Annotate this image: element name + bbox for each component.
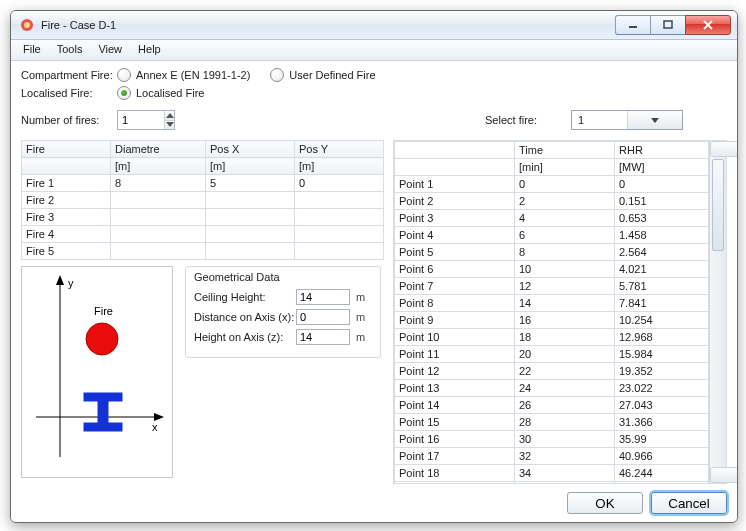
number-of-fires-input[interactable]	[118, 111, 164, 129]
table-cell[interactable]: 27.043	[615, 397, 709, 414]
table-cell[interactable]: 4	[515, 210, 615, 227]
table-row[interactable]: Point 220.151	[395, 193, 709, 210]
table-cell[interactable]: 0.653	[615, 210, 709, 227]
table-row[interactable]: Point 101812.968	[395, 329, 709, 346]
table-row[interactable]: Fire 2	[22, 192, 384, 209]
table-cell[interactable]: Fire 2	[22, 192, 111, 209]
table-cell[interactable]: 36	[515, 482, 615, 484]
table-cell[interactable]: 46.244	[615, 465, 709, 482]
table-cell[interactable]: Point 15	[395, 414, 515, 431]
table-cell[interactable]: 12	[515, 278, 615, 295]
table-row[interactable]: Fire 1850	[22, 175, 384, 192]
col-diametre[interactable]: Diametre	[111, 141, 206, 158]
table-cell[interactable]: 34	[515, 465, 615, 482]
close-button[interactable]	[685, 15, 731, 35]
table-cell[interactable]: Point 8	[395, 295, 515, 312]
radio-user-defined[interactable]: User Defined Fire	[270, 68, 375, 82]
col-time[interactable]: Time	[515, 142, 615, 159]
spinner-down-button[interactable]	[165, 121, 174, 130]
menu-file[interactable]: File	[15, 40, 49, 60]
table-cell[interactable]	[111, 209, 206, 226]
table-cell[interactable]: Point 9	[395, 312, 515, 329]
table-cell[interactable]: 26	[515, 397, 615, 414]
table-row[interactable]: Fire 5	[22, 243, 384, 260]
table-cell[interactable]: 4.021	[615, 261, 709, 278]
col-posy[interactable]: Pos Y	[295, 141, 384, 158]
table-cell[interactable]: 5	[206, 175, 295, 192]
menu-view[interactable]: View	[90, 40, 130, 60]
select-fire-combo[interactable]: 1	[571, 110, 683, 130]
table-row[interactable]: Point 132423.022	[395, 380, 709, 397]
menu-tools[interactable]: Tools	[49, 40, 91, 60]
scroll-down-button[interactable]	[710, 467, 737, 483]
radio-localised-fire[interactable]: Localised Fire	[117, 86, 204, 100]
table-cell[interactable]: Fire 3	[22, 209, 111, 226]
table-row[interactable]: Point 163035.99	[395, 431, 709, 448]
table-cell[interactable]: 8	[111, 175, 206, 192]
table-cell[interactable]: Point 11	[395, 346, 515, 363]
table-cell[interactable]: Point 7	[395, 278, 515, 295]
table-cell[interactable]	[111, 226, 206, 243]
table-cell[interactable]: 35.99	[615, 431, 709, 448]
table-cell[interactable]: Point 18	[395, 465, 515, 482]
col-fire[interactable]: Fire	[22, 141, 111, 158]
table-row[interactable]: Point 122219.352	[395, 363, 709, 380]
table-cell[interactable]: Point 10	[395, 329, 515, 346]
minimize-button[interactable]	[615, 15, 651, 35]
table-row[interactable]: Point 173240.966	[395, 448, 709, 465]
table-row[interactable]: Fire 4	[22, 226, 384, 243]
table-cell[interactable]	[206, 243, 295, 260]
table-cell[interactable]: 40.966	[615, 448, 709, 465]
table-cell[interactable]: 5.781	[615, 278, 709, 295]
height-z-input[interactable]	[296, 329, 350, 345]
table-cell[interactable]	[111, 192, 206, 209]
table-row[interactable]: Point 100	[395, 176, 709, 193]
points-scrollbar[interactable]	[709, 141, 726, 483]
table-cell[interactable]: Point 17	[395, 448, 515, 465]
table-cell[interactable]: 0	[295, 175, 384, 192]
table-row[interactable]: Point 7125.781	[395, 278, 709, 295]
table-cell[interactable]: 28	[515, 414, 615, 431]
table-row[interactable]: Point 461.458	[395, 227, 709, 244]
table-row[interactable]: Point 582.564	[395, 244, 709, 261]
table-cell[interactable]: 1.458	[615, 227, 709, 244]
table-cell[interactable]: 30	[515, 431, 615, 448]
scroll-up-button[interactable]	[710, 141, 737, 157]
table-cell[interactable]	[295, 192, 384, 209]
table-row[interactable]: Point 152831.366	[395, 414, 709, 431]
radio-annex-e[interactable]: Annex E (EN 1991-1-2)	[117, 68, 250, 82]
table-cell[interactable]: 0.151	[615, 193, 709, 210]
table-cell[interactable]	[295, 243, 384, 260]
table-cell[interactable]: 18	[515, 329, 615, 346]
table-row[interactable]: Point 183446.244	[395, 465, 709, 482]
table-row[interactable]: Point 91610.254	[395, 312, 709, 329]
table-cell[interactable]: 2	[515, 193, 615, 210]
table-cell[interactable]: 10	[515, 261, 615, 278]
table-row[interactable]: Fire 3	[22, 209, 384, 226]
table-cell[interactable]: Fire 4	[22, 226, 111, 243]
table-cell[interactable]: 7.841	[615, 295, 709, 312]
table-cell[interactable]: Fire 1	[22, 175, 111, 192]
table-cell[interactable]: Point 2	[395, 193, 515, 210]
table-cell[interactable]: 14	[515, 295, 615, 312]
table-cell[interactable]: 50.265	[615, 482, 709, 484]
table-cell[interactable]: Point 6	[395, 261, 515, 278]
table-cell[interactable]	[295, 209, 384, 226]
table-row[interactable]: Point 112015.984	[395, 346, 709, 363]
table-cell[interactable]: 15.984	[615, 346, 709, 363]
col-point[interactable]	[395, 142, 515, 159]
table-cell[interactable]: 31.366	[615, 414, 709, 431]
table-cell[interactable]	[111, 243, 206, 260]
table-cell[interactable]: 6	[515, 227, 615, 244]
maximize-button[interactable]	[650, 15, 686, 35]
col-posx[interactable]: Pos X	[206, 141, 295, 158]
table-cell[interactable]: Point 5	[395, 244, 515, 261]
table-cell[interactable]: Point 13	[395, 380, 515, 397]
table-cell[interactable]: Fire 5	[22, 243, 111, 260]
table-cell[interactable]: 23.022	[615, 380, 709, 397]
distance-x-input[interactable]	[296, 309, 350, 325]
table-cell[interactable]: Point 16	[395, 431, 515, 448]
table-cell[interactable]: Point 14	[395, 397, 515, 414]
col-rhr[interactable]: RHR	[615, 142, 709, 159]
table-cell[interactable]: 16	[515, 312, 615, 329]
